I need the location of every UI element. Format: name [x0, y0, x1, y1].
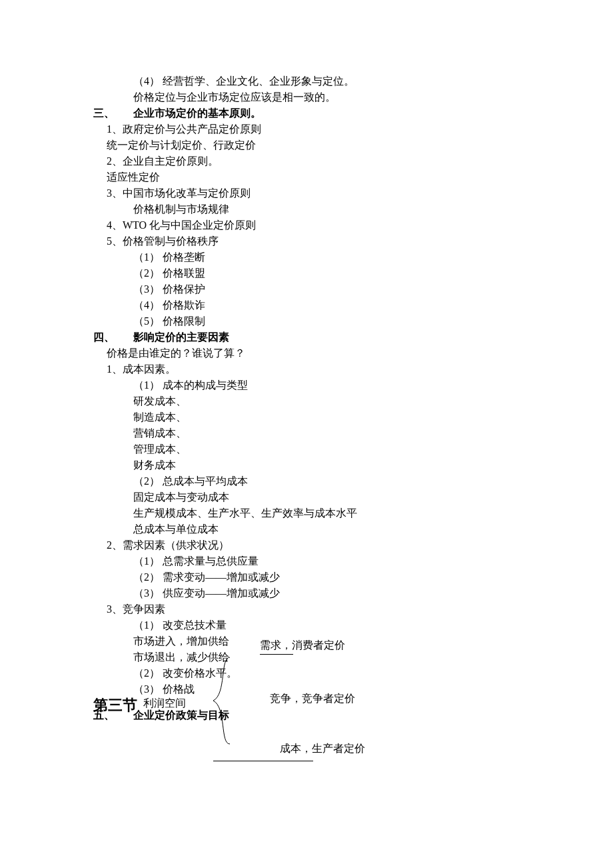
text-line: 制造成本、 [93, 409, 546, 425]
heading-3: 三、 企业市场定价的基本原则。 [93, 105, 546, 121]
text-line: （5） 价格限制 [93, 313, 546, 329]
text-line: （2） 需求变动——增加或减少 [93, 569, 546, 585]
text-line: 3、中国市场化改革与定价原则 [93, 185, 546, 201]
text-line: （2） 价格联盟 [93, 265, 546, 281]
text-line: 管理成本、 [93, 441, 546, 457]
pricing-diagram: 需求，消费者定价 利润空间 竞争，竞争者定价 成本，生产者定价 第三节 五、 企… [93, 647, 546, 781]
heading-number: 四、 [93, 329, 133, 345]
text-line: （1） 总需求量与总供应量 [93, 553, 546, 569]
text-line: （3） 供应变动——增加或减少 [93, 585, 546, 601]
text-line: （1） 价格垄断 [93, 249, 546, 265]
diagram-line [260, 654, 293, 655]
diagram-competition-label: 竞争，竞争者定价 [270, 691, 355, 707]
heading-title: 企业定价政策与目标 [133, 707, 229, 723]
text-line: （1） 成本的构成与类型 [93, 377, 546, 393]
text-line: 5、价格管制与价格秩序 [93, 233, 546, 249]
diagram-cost-label: 成本，生产者定价 [280, 741, 365, 757]
text-line: 2、企业自主定价原则。 [93, 153, 546, 169]
brace-icon [210, 654, 237, 747]
text-line: 价格机制与市场规律 [93, 201, 546, 217]
text-line: （2） 总成本与平均成本 [93, 473, 546, 489]
text-line: （4） 价格欺诈 [93, 297, 546, 313]
text-line: 统一定价与计划定价、行政定价 [93, 137, 546, 153]
text-line: （1） 改变总技术量 [93, 617, 546, 633]
heading-title: 影响定价的主要因素 [133, 329, 229, 345]
text-line: 1、政府定价与公共产品定价原则 [93, 121, 546, 137]
text-line: 价格定位与企业市场定位应该是相一致的。 [93, 89, 546, 105]
text-line: 2、需求因素（供求状况） [93, 537, 546, 553]
text-line: 1、成本因素。 [93, 361, 546, 377]
heading-5: 五、 企业定价政策与目标 [93, 707, 229, 723]
text-line: 固定成本与变动成本 [93, 489, 546, 505]
text-line: 营销成本、 [93, 425, 546, 441]
heading-title: 企业市场定价的基本原则。 [133, 105, 261, 121]
diagram-demand-label: 需求，消费者定价 [260, 637, 345, 653]
heading-number: 三、 [93, 105, 133, 121]
text-line: 适应性定价 [93, 169, 546, 185]
diagram-line [213, 761, 313, 761]
text-line: 3、竞争因素 [93, 601, 546, 617]
text-line: 生产规模成本、生产水平、生产效率与成本水平 [93, 505, 546, 521]
text-line: 价格是由谁定的？谁说了算？ [93, 345, 546, 361]
document-body: （4） 经营哲学、企业文化、企业形象与定位。 价格定位与企业市场定位应该是相一致… [93, 73, 546, 781]
text-line: 4、WTO 化与中国企业定价原则 [93, 217, 546, 233]
heading-number: 五、 [93, 707, 133, 723]
text-line: 总成本与单位成本 [93, 521, 546, 537]
heading-4: 四、 影响定价的主要因素 [93, 329, 546, 345]
text-line: 财务成本 [93, 457, 546, 473]
text-line: （3） 价格保护 [93, 281, 546, 297]
text-line: 研发成本、 [93, 393, 546, 409]
text-line: （4） 经营哲学、企业文化、企业形象与定位。 [93, 73, 546, 89]
